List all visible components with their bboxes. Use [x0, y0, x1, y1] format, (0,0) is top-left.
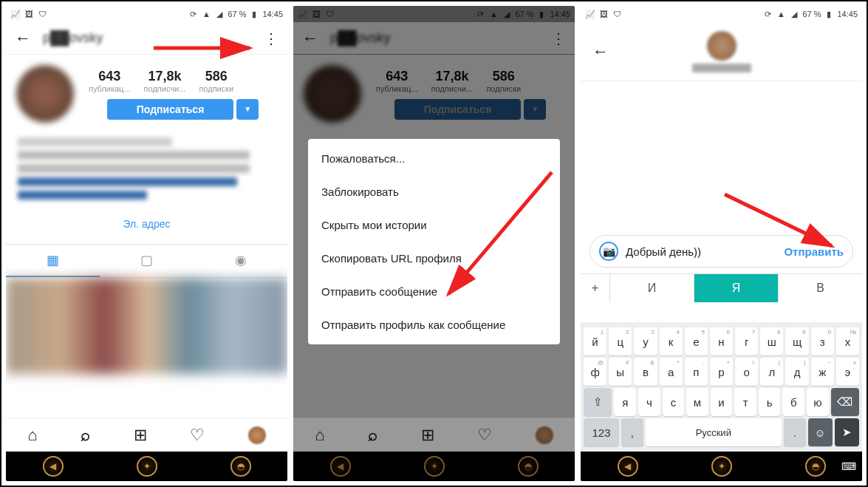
key-з[interactable]: з0	[811, 327, 834, 355]
key-ф[interactable]: ф@	[584, 358, 606, 386]
annotation-arrow-1	[154, 37, 264, 59]
sys-recent-icon[interactable]: ◓	[230, 456, 251, 477]
stat-posts[interactable]: 643 публикац...	[89, 69, 131, 93]
suggest-expand[interactable]: +	[581, 274, 610, 302]
sys-home-icon[interactable]: ✦	[424, 456, 445, 477]
bottom-nav: ⌂ ⌕ ⊞ ♡	[6, 418, 287, 452]
key-ш[interactable]: ш8	[760, 327, 783, 355]
system-nav: ◀ ✦ ◓ ⌨	[581, 452, 862, 481]
key-е[interactable]: е5	[685, 327, 708, 355]
key-п[interactable]: п-	[685, 358, 708, 386]
key-enter-icon[interactable]: ➤	[835, 418, 859, 446]
key-м[interactable]: м	[686, 388, 708, 416]
more-icon[interactable]: ⋮	[264, 30, 278, 47]
key-о[interactable]: о=	[735, 358, 758, 386]
icon-sync: ⟳	[762, 9, 773, 19]
sys-home-icon[interactable]: ✦	[137, 456, 157, 477]
follow-dropdown-button[interactable]: ▼	[236, 99, 259, 120]
keyboard-hide-icon[interactable]: ⌨	[841, 460, 856, 472]
key-ч[interactable]: ч	[638, 388, 660, 416]
key-space[interactable]: Русский	[646, 418, 782, 446]
sys-home-icon[interactable]: ✦	[711, 456, 732, 477]
tab-grid[interactable]: ▦	[6, 245, 100, 277]
stat-followers[interactable]: 17,8k подписчи...	[144, 69, 186, 93]
sys-recent-icon[interactable]: ◓	[805, 456, 826, 477]
nav-profile-icon[interactable]	[248, 426, 266, 444]
nav-home-icon: ⌂	[315, 426, 324, 445]
key-в[interactable]: в&	[634, 358, 657, 386]
icon-activity: 📈	[10, 9, 21, 19]
key-ж[interactable]: ж~	[811, 358, 834, 386]
key-shift-icon[interactable]: ⇧	[584, 388, 612, 416]
wifi-icon: ▲	[776, 9, 786, 19]
key-г[interactable]: г7	[735, 327, 758, 355]
key-comma[interactable]: ,	[621, 418, 643, 446]
sys-back-icon[interactable]: ◀	[618, 456, 638, 477]
nav-add-icon[interactable]: ⊞	[134, 426, 147, 445]
key-х[interactable]: х№	[836, 327, 859, 355]
key-ц[interactable]: ц2	[609, 327, 632, 355]
key-т[interactable]: т	[734, 388, 756, 416]
icon-activity: 📈	[585, 9, 595, 19]
profile-bio	[6, 137, 287, 200]
nav-search-icon: ⌕	[368, 426, 377, 445]
key-ы[interactable]: ы#	[609, 358, 632, 386]
nav-heart-icon: ♡	[477, 426, 492, 445]
signal-icon: ◢	[789, 9, 799, 19]
icon-shield: 🛡	[37, 9, 47, 19]
phone-screen-2: 📈 🖼 🛡 ⟳ ▲ ◢ 67 % ▮ 14:45 ← p██ovsky ⋮ 64…	[293, 6, 575, 481]
profile-avatar[interactable]	[16, 65, 74, 123]
nav-add-icon: ⊞	[421, 426, 434, 445]
nav-heart-icon[interactable]: ♡	[190, 426, 205, 445]
key-н[interactable]: н6	[710, 327, 733, 355]
chat-avatar[interactable]	[707, 31, 737, 61]
key-а[interactable]: а*	[660, 358, 683, 386]
menu-share-profile[interactable]: Отправить профиль как сообщение	[308, 308, 560, 341]
tab-feed[interactable]: ▢	[100, 245, 194, 277]
key-period[interactable]: .	[784, 418, 806, 446]
camera-icon[interactable]: 📷	[599, 242, 618, 261]
chat-username	[692, 64, 751, 72]
stat-following[interactable]: 586 подписки	[199, 69, 233, 93]
key-к[interactable]: к4	[660, 327, 683, 355]
key-ю[interactable]: ю	[807, 388, 829, 416]
email-button[interactable]: Эл. адрес	[123, 218, 170, 230]
nav-home-icon[interactable]: ⌂	[27, 426, 37, 445]
key-emoji-icon[interactable]: ☺	[808, 418, 833, 446]
key-э[interactable]: э±	[836, 358, 859, 386]
profile-tabs: ▦ ▢ ◉	[6, 244, 287, 278]
key-numeric[interactable]: 123	[584, 418, 619, 446]
phone-screen-1: 📈 🖼 🛡 ⟳ ▲ ◢ 67 % ▮ 14:45 ← p██ovsky ⋮ 64…	[6, 6, 287, 481]
key-л[interactable]: л(	[760, 358, 783, 386]
chat-header: ←	[581, 22, 862, 81]
back-icon[interactable]: ←	[592, 42, 609, 61]
key-б[interactable]: б	[782, 388, 804, 416]
key-и[interactable]: и	[711, 388, 733, 416]
key-ь[interactable]: ь	[759, 388, 781, 416]
svg-line-2	[725, 194, 832, 246]
sys-recent-icon[interactable]: ◓	[518, 456, 539, 477]
suggest-2[interactable]: Я	[694, 274, 779, 302]
battery-text: 67 %	[228, 10, 246, 18]
key-р[interactable]: р+	[710, 358, 733, 386]
key-щ[interactable]: щ9	[785, 327, 808, 355]
suggest-1[interactable]: И	[610, 274, 694, 302]
key-д[interactable]: д)	[785, 358, 808, 386]
system-nav: ◀ ✦ ◓	[293, 452, 575, 481]
back-icon[interactable]: ←	[15, 29, 31, 48]
svg-line-1	[448, 172, 552, 294]
key-у[interactable]: у3	[634, 327, 657, 355]
follow-button[interactable]: Подписаться	[107, 99, 234, 120]
key-я[interactable]: я	[614, 388, 636, 416]
sys-back-icon[interactable]: ◀	[330, 456, 351, 477]
photo-grid[interactable]	[6, 278, 287, 374]
sys-back-icon[interactable]: ◀	[43, 456, 64, 477]
nav-search-icon[interactable]: ⌕	[81, 426, 90, 445]
key-backspace-icon[interactable]: ⌫	[831, 388, 859, 416]
suggest-3[interactable]: В	[779, 274, 862, 302]
tab-tagged[interactable]: ◉	[194, 245, 287, 277]
key-й[interactable]: й1	[584, 327, 606, 355]
icon-shield: 🛡	[612, 9, 622, 19]
clock: 14:45	[837, 10, 858, 18]
key-с[interactable]: с	[663, 388, 685, 416]
